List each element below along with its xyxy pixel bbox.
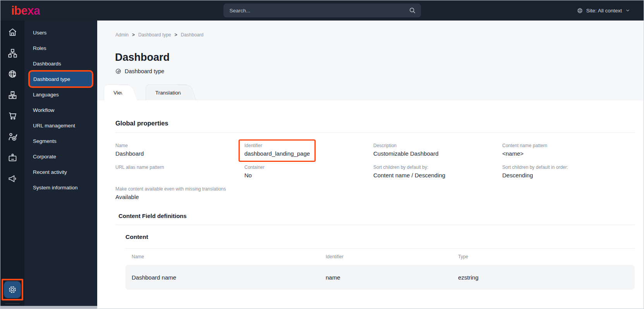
divider [115, 132, 635, 133]
personalization-target-icon[interactable] [7, 131, 18, 142]
chevron-down-icon [625, 8, 630, 13]
globe-icon [577, 7, 583, 14]
field-value: dashboard_landing_page [244, 150, 310, 158]
field-value: Descending [502, 172, 631, 180]
field-label: Content name pattern [502, 143, 631, 148]
megaphone-icon[interactable] [7, 173, 18, 184]
field-identifier annotation-box-identifier: Identifier dashboard_landing_page [239, 139, 316, 162]
sidebar-item-url-management[interactable]: URL management [24, 118, 97, 133]
field-value: Content name / Descending [373, 172, 502, 180]
corporate-badge-icon[interactable] [7, 152, 18, 163]
table-row: Dashboard name name ezstring [125, 265, 635, 290]
global-search[interactable] [223, 3, 421, 17]
field-value: <name> [502, 150, 631, 158]
annotation-box-settings [2, 279, 23, 300]
tab-translations[interactable]: Translations [146, 84, 187, 100]
column-header-identifier: Identifier [319, 249, 452, 265]
field-label: Sort children by default by: [373, 165, 502, 170]
cell-field-identifier: name [319, 265, 452, 290]
content-type-icon [115, 68, 122, 74]
field-url-alias-name-pattern: URL alias name pattern [115, 165, 244, 180]
tab-bar: View Translations [104, 84, 644, 100]
field-missing-translations: Make content available even with missing… [115, 186, 244, 202]
field-label: Name [115, 143, 244, 148]
tab-edge [178, 85, 197, 100]
global-properties-grid: Name Dashboard Identifier dashboard_land… [115, 143, 635, 202]
field-label: Sort children by default in order: [502, 165, 631, 170]
sidebar-item-languages[interactable]: Languages [24, 87, 97, 102]
table-header-row: Name Identifier Type [125, 249, 635, 265]
column-header-type: Type [452, 249, 635, 265]
breadcrumb-separator: > [175, 32, 177, 38]
field-label: Container [244, 165, 373, 170]
sidebar-item-users[interactable]: Users [24, 25, 97, 40]
sidebar-item-segments[interactable]: Segments [24, 133, 97, 149]
field-label: Description [373, 143, 502, 148]
breadcrumb-dashboard-type[interactable]: Dashboard type [138, 32, 171, 38]
column-header-name: Name [125, 249, 319, 265]
top-bar: ibexa Site: All context [0, 0, 644, 21]
field-content-name-pattern: Content name pattern <name> [502, 143, 631, 158]
content-tree-icon[interactable] [7, 48, 18, 58]
breadcrumb-dashboard: Dashboard [181, 32, 204, 38]
ibexa-logo[interactable]: ibexa [11, 5, 40, 17]
field-label: URL alias name pattern [115, 165, 244, 170]
field-definitions-table: Name Identifier Type Dashboard name name… [125, 248, 635, 290]
field-label: Identifier [244, 143, 310, 148]
sidebar-item-dashboard-type[interactable]: Dashboard type [30, 72, 92, 86]
settings-gear-icon[interactable] [4, 281, 21, 298]
tab-edge [119, 85, 138, 100]
field-value: Customizable Dashboard [373, 150, 502, 158]
cart-icon[interactable] [7, 110, 18, 121]
sidebar-item-corporate[interactable]: Corporate [24, 149, 97, 164]
sidebar-item-roles[interactable]: Roles [24, 40, 97, 56]
ibexa-admin-window: ibexa Site: All context [0, 0, 644, 309]
field-group-content-heading: Content [125, 233, 635, 240]
field-value: Dashboard [115, 150, 244, 158]
sidebar-item-system-information[interactable]: System information [24, 180, 97, 195]
field-container: Container No [244, 165, 373, 180]
field-description: Description Customizable Dashboard [373, 143, 502, 158]
page-subtitle-label: Dashboard type [125, 68, 164, 74]
site-globe-icon[interactable] [7, 69, 18, 79]
tab-view[interactable]: View [104, 84, 128, 100]
cell-field-name: Dashboard name [125, 265, 319, 290]
main-content: Admin > Dashboard type > Dashboard Dashb… [97, 21, 644, 309]
app-body: Users Roles Dashboards Dashboard type La… [0, 21, 644, 309]
field-name: Name Dashboard [115, 143, 244, 158]
icon-rail [0, 21, 24, 309]
field-sort-children-by: Sort children by default by: Content nam… [373, 165, 502, 180]
breadcrumb-separator: > [132, 32, 135, 38]
field-value [115, 172, 244, 180]
divider [115, 225, 635, 225]
page-title: Dashboard [115, 52, 644, 64]
global-properties-heading: Global properties [115, 120, 635, 127]
admin-menu: Users Roles Dashboards Dashboard type La… [24, 21, 97, 309]
cell-field-type: ezstring [452, 265, 635, 290]
sidebar-item-workflow[interactable]: Workflow [24, 102, 97, 118]
field-label: Make content available even with missing… [115, 186, 244, 192]
page-subtitle: Dashboard type [115, 68, 644, 74]
breadcrumb: Admin > Dashboard type > Dashboard [115, 32, 644, 38]
content-field-definitions-heading: Content Field definitions [118, 213, 635, 219]
product-boxes-icon[interactable] [7, 89, 18, 100]
field-value: No [244, 172, 373, 180]
sidebar-item-dashboards[interactable]: Dashboards [24, 56, 97, 71]
breadcrumb-admin[interactable]: Admin [115, 32, 129, 38]
field-sort-children-order: Sort children by default in order: Desce… [502, 165, 631, 180]
search-icon[interactable] [409, 7, 416, 14]
site-context-selector[interactable]: Site: All context [577, 0, 630, 21]
search-input[interactable] [230, 8, 409, 14]
field-value: Available [115, 194, 244, 202]
home-icon[interactable] [7, 27, 18, 38]
sidebar-item-recent-activity[interactable]: Recent activity [24, 164, 97, 180]
rail-divider [5, 304, 20, 304]
view-panel: Global properties Name Dashboard Identif… [97, 100, 644, 309]
site-context-label: Site: All context [586, 8, 622, 14]
